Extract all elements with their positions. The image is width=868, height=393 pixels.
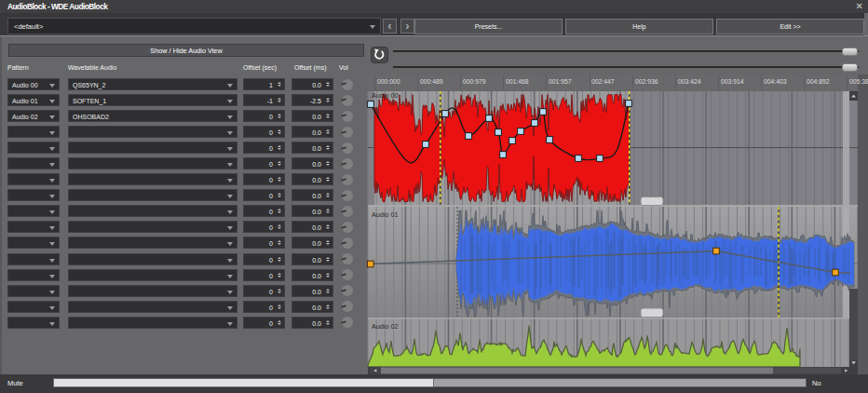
svg-text:Audio 00: Audio 00: [372, 91, 398, 100]
svg-text:Audio 02: Audio 02: [372, 322, 398, 331]
svg-text:Audio 01: Audio 01: [372, 210, 398, 219]
